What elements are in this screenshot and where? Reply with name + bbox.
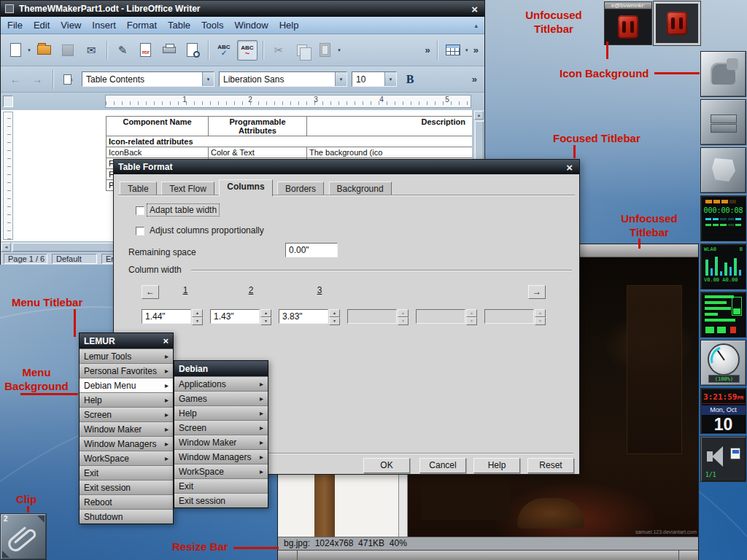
debian-item-games[interactable]: Games▸ [174, 391, 268, 405]
menu-item-screen[interactable]: Screen▸ [80, 407, 173, 421]
tab-text-flow[interactable]: Text Flow [161, 182, 214, 196]
cut-button[interactable]: ✂ [268, 40, 289, 61]
debian-item-screen[interactable]: Screen▸ [174, 420, 268, 435]
menu-tools[interactable]: Tools [201, 20, 223, 31]
adjust-columns-label[interactable]: Adjust columns proportionally [147, 225, 266, 236]
export-pdf-button[interactable]: PDF [136, 40, 156, 61]
table-dropdown-icon[interactable]: ▼ [465, 48, 469, 52]
adapt-table-width-label[interactable]: Adapt table width [147, 204, 219, 216]
cancel-button[interactable]: Cancel [419, 458, 466, 473]
dockapp-unfocused-titlebar[interactable]: ...e@bvwmnkr: [604, 1, 652, 9]
dialog-close-icon[interactable]: × [564, 161, 575, 174]
debian-item-window-managers[interactable]: Window Managers▸ [174, 449, 268, 464]
tab-columns[interactable]: Columns [219, 179, 272, 196]
menu-item-debian-menu[interactable]: Debian Menu▸ [80, 378, 173, 392]
formatbar-overflow-icon[interactable]: » [471, 74, 479, 85]
lemur-menu-titlebar[interactable]: LEMUR × [80, 333, 173, 349]
dockapp-gauge[interactable]: (100%) [700, 340, 746, 386]
tab-type-selector[interactable] [3, 96, 13, 107]
page-number-status[interactable]: Page 1 / 6 [4, 254, 47, 264]
toolbar-overflow-icon[interactable]: » [424, 44, 432, 55]
menu-format[interactable]: Format [127, 20, 157, 31]
save-button[interactable] [58, 40, 78, 61]
clip-next-arrow-icon[interactable] [37, 516, 44, 523]
spin-up-icon[interactable]: ▲ [260, 309, 271, 317]
dockapp-network-monitor[interactable]: 000:00:08 [700, 195, 746, 241]
menu-help[interactable]: Help [279, 20, 299, 31]
reset-button[interactable]: Reset [527, 458, 574, 473]
dialog-focused-titlebar[interactable]: Table Format × [114, 160, 579, 174]
back-button[interactable]: ← [7, 71, 24, 88]
red-switch-icon[interactable] [667, 12, 687, 35]
menu-item-lemur-tools[interactable]: Lemur Tools▸ [80, 349, 173, 363]
paragraph-style-combo[interactable]: Table Contents ▼ [82, 71, 214, 87]
print-preview-button[interactable] [182, 40, 203, 61]
insert-table-button[interactable] [443, 40, 463, 61]
size-dropdown-icon[interactable]: ▼ [384, 72, 396, 86]
bold-button[interactable]: B [401, 71, 419, 88]
menu-item-exit[interactable]: Exit [80, 465, 173, 480]
menu-item-help[interactable]: Help▸ [80, 392, 173, 407]
dockapp-volume[interactable]: 1/1 [700, 436, 746, 482]
menu-edit[interactable]: Edit [34, 20, 50, 31]
column-width-field-3[interactable]: 3.83" ▲▼ [279, 309, 340, 324]
scroll-left-icon[interactable]: ◄ [1, 243, 11, 252]
adjust-columns-checkbox[interactable] [136, 227, 144, 236]
help-button[interactable]: Help [473, 458, 520, 473]
column-width-value-1[interactable]: 1.44" [142, 309, 191, 324]
spin-up-icon[interactable]: ▲ [329, 309, 340, 317]
open-button[interactable] [34, 40, 55, 61]
writer-titlebar[interactable]: ThemeWMakerPart1.odt - LibreOffice Write… [1, 1, 484, 17]
toolbar-overflow-icon-2[interactable]: » [472, 44, 480, 55]
font-dropdown-icon[interactable]: ▼ [335, 72, 347, 86]
menu-item-reboot[interactable]: Reboot [80, 494, 173, 509]
autospellcheck-button[interactable]: ABC~ [237, 40, 258, 61]
forward-button[interactable]: → [28, 71, 46, 88]
debian-item-window-maker[interactable]: Window Maker▸ [174, 435, 268, 449]
viewer-resize-bar[interactable] [278, 550, 698, 560]
remaining-space-field[interactable]: 0.00" [285, 243, 338, 257]
writer-close-icon[interactable]: × [469, 3, 480, 15]
dock-icon-drawer[interactable] [700, 99, 746, 145]
menubar-scroll-up-icon[interactable]: ▴ [474, 22, 478, 29]
menu-file[interactable]: File [7, 20, 23, 31]
switch-dockapp-window-1[interactable]: ...e@bvwmnkr: [604, 1, 652, 46]
horizontal-ruler[interactable]: 1 2 3 4 5 [1, 93, 484, 110]
debian-item-applications[interactable]: Applications▸ [174, 376, 268, 391]
new-document-button[interactable] [5, 40, 26, 61]
paste-button[interactable] [315, 40, 336, 61]
tab-borders[interactable]: Borders [277, 182, 324, 196]
menu-item-shutdown[interactable]: Shutdown [80, 509, 173, 524]
red-switch-icon[interactable] [618, 15, 638, 39]
debian-item-workspace[interactable]: WorkSpace▸ [174, 464, 268, 478]
scroll-up-icon[interactable]: ▲ [474, 111, 484, 120]
font-name-combo[interactable]: Liberation Sans ▼ [219, 71, 347, 87]
resize-grip-left[interactable] [278, 551, 298, 560]
column-width-value-2[interactable]: 1.43" [210, 309, 260, 324]
vertical-ruler[interactable] [3, 112, 13, 240]
dockapp-clock-calendar[interactable]: 3:21:59PM Mon, Oct 10 [700, 388, 746, 434]
debian-item-help[interactable]: Help▸ [174, 405, 268, 420]
dock-icon-paper[interactable] [700, 147, 746, 193]
menu-item-personal-favorites[interactable]: Personal Favorites▸ [80, 363, 173, 378]
column-scroll-left-button[interactable]: ← [142, 285, 159, 299]
menu-item-workspace[interactable]: WorkSpace▸ [80, 451, 173, 465]
menu-item-window-managers[interactable]: Window Managers▸ [80, 436, 173, 451]
adapt-table-width-checkbox[interactable] [136, 206, 144, 215]
menu-table[interactable]: Table [168, 20, 190, 31]
menu-window[interactable]: Window [234, 20, 268, 31]
debian-item-exit-session[interactable]: Exit session [174, 493, 268, 508]
switch-dockapp-window-2[interactable] [654, 1, 700, 45]
copy-button[interactable] [292, 40, 312, 61]
page-style-status[interactable]: Default [52, 254, 97, 264]
paste-dropdown-icon[interactable]: ▼ [337, 48, 341, 52]
menu-item-window-maker[interactable]: Window Maker▸ [80, 421, 173, 436]
email-button[interactable]: ✉ [81, 40, 101, 61]
debian-item-exit[interactable]: Exit [174, 478, 268, 493]
ok-button[interactable]: OK [363, 458, 410, 473]
dock-icon-highlighted[interactable] [700, 51, 746, 97]
edit-file-button[interactable]: ✎ [112, 40, 133, 61]
menu-insert[interactable]: Insert [92, 20, 116, 31]
column-width-field-2[interactable]: 1.43" ▲▼ [210, 309, 271, 324]
font-size-combo[interactable]: 10 ▼ [352, 71, 397, 87]
